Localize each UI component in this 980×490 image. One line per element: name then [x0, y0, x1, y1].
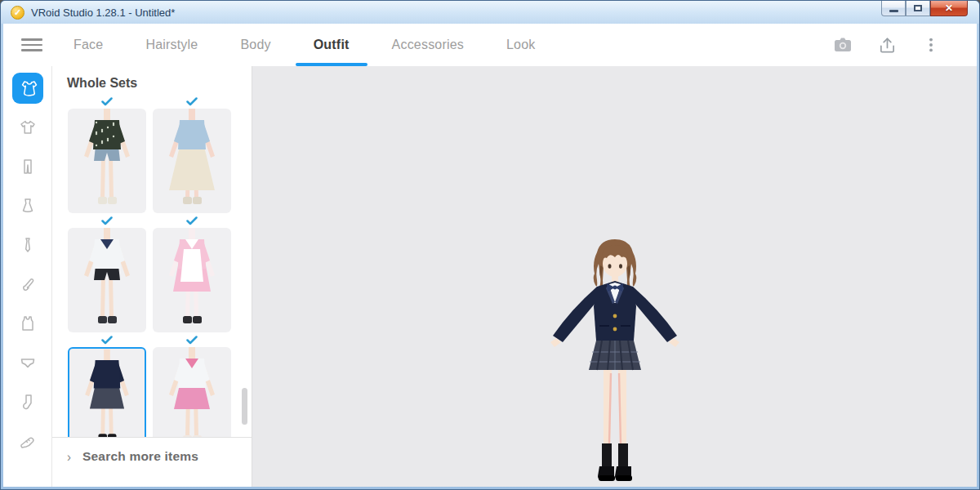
camera-icon[interactable]: [833, 35, 853, 55]
category-bottoms[interactable]: [12, 151, 43, 182]
minimize-icon: [889, 10, 898, 12]
category-whole-sets[interactable]: [12, 73, 43, 104]
outfit-item-navy-blazer-plaid-skirt: [68, 332, 146, 437]
top-tab-bar: FaceHairstyleBodyOutfitAccessoriesLook: [3, 24, 977, 66]
outfit-thumbnail-pink-maid-dress[interactable]: [153, 228, 231, 332]
viewport-3d[interactable]: [252, 66, 977, 487]
category-underwear[interactable]: [12, 347, 43, 378]
items-grid: [68, 94, 252, 437]
outfit-item-sailor-top-black-shorts: [68, 213, 146, 332]
checkmark-icon: [101, 213, 113, 228]
items-panel: Whole Sets › Search more items: [52, 66, 252, 487]
neckwear-icon: [18, 235, 38, 255]
underwear-icon: [18, 353, 38, 372]
export-icon[interactable]: [877, 35, 897, 55]
search-more-button[interactable]: › Search more items: [52, 437, 252, 487]
outfit-thumbnail-denim-jacket-cream-skirt[interactable]: [153, 109, 231, 213]
outfit-thumbnail-white-top-pink-skirt[interactable]: [153, 347, 231, 437]
toolbar-icons: [833, 35, 941, 55]
content-area: Whole Sets › Search more items: [3, 66, 977, 487]
character-model[interactable]: [548, 238, 682, 483]
outfit-item-denim-jacket-cream-skirt: [153, 94, 231, 213]
bottoms-icon: [18, 157, 38, 176]
socks-icon: [18, 392, 38, 412]
main-tabs: FaceHairstyleBodyOutfitAccessoriesLook: [56, 24, 554, 66]
outfit-thumb-graphic: [153, 228, 231, 332]
window-title: VRoid Studio 1.28.1 - Untitled*: [31, 7, 175, 19]
close-button[interactable]: ✕: [930, 1, 968, 16]
whole-sets-icon: [18, 78, 38, 98]
tops-icon: [18, 118, 38, 137]
maximize-icon: [914, 5, 922, 11]
outfit-thumbnail-aloha-shirt-denim-shorts[interactable]: [68, 109, 146, 213]
minimize-button[interactable]: [881, 1, 906, 16]
outfit-item-pink-maid-dress: [153, 213, 231, 332]
category-socks[interactable]: [12, 386, 43, 417]
tab-hairstyle[interactable]: Hairstyle: [127, 24, 216, 66]
app-window: ✓ VRoid Studio 1.28.1 - Untitled* ✕ Face…: [0, 0, 980, 490]
shoes-icon: [18, 431, 38, 451]
tab-look[interactable]: Look: [488, 24, 554, 66]
checkmark-icon: [186, 332, 198, 347]
panel-scrollbar[interactable]: [242, 388, 247, 425]
checkmark-icon: [186, 94, 198, 109]
gloves-icon: [18, 274, 38, 294]
category-inner[interactable]: [12, 308, 43, 339]
outfit-thumbnail-navy-blazer-plaid-skirt[interactable]: [68, 347, 146, 437]
outfit-thumb-graphic: [68, 228, 146, 332]
inner-icon: [18, 314, 38, 333]
search-more-label: Search more items: [82, 449, 198, 464]
items-list: Whole Sets: [52, 66, 252, 437]
checkmark-icon: [101, 94, 113, 109]
more-icon[interactable]: [921, 35, 941, 55]
one-piece-icon: [18, 196, 38, 216]
checkmark-icon: [101, 332, 113, 347]
outfit-item-aloha-shirt-denim-shorts: [68, 94, 146, 213]
category-neckwear[interactable]: [12, 229, 43, 261]
vroid-logo-icon: ✓: [11, 6, 24, 20]
outfit-thumb-graphic: [153, 109, 231, 213]
outfit-thumb-graphic: [153, 347, 231, 437]
outfit-thumbnail-sailor-top-black-shorts[interactable]: [68, 228, 146, 332]
maximize-button[interactable]: [906, 1, 930, 16]
outfit-category-sidebar: [3, 66, 52, 487]
tab-body[interactable]: Body: [222, 24, 288, 66]
panel-title: Whole Sets: [67, 76, 252, 91]
outfit-thumb-graphic: [69, 349, 145, 437]
tab-outfit[interactable]: Outfit: [296, 24, 368, 66]
category-tops[interactable]: [12, 112, 43, 143]
title-bar[interactable]: ✓ VRoid Studio 1.28.1 - Untitled*: [1, 1, 979, 24]
close-icon: ✕: [945, 2, 953, 14]
window-controls: ✕: [881, 1, 968, 16]
app-body: FaceHairstyleBodyOutfitAccessoriesLook: [3, 24, 977, 487]
outfit-thumb-graphic: [68, 109, 146, 213]
tab-accessories[interactable]: Accessories: [374, 24, 482, 66]
checkmark-icon: [186, 213, 198, 228]
outfit-item-white-top-pink-skirt: [153, 332, 231, 437]
category-shoes[interactable]: [12, 425, 43, 457]
category-gloves[interactable]: [12, 269, 43, 300]
menu-button[interactable]: [21, 37, 42, 53]
chevron-right-icon: ›: [67, 448, 71, 465]
category-one-piece[interactable]: [12, 190, 43, 221]
tab-face[interactable]: Face: [56, 24, 121, 66]
